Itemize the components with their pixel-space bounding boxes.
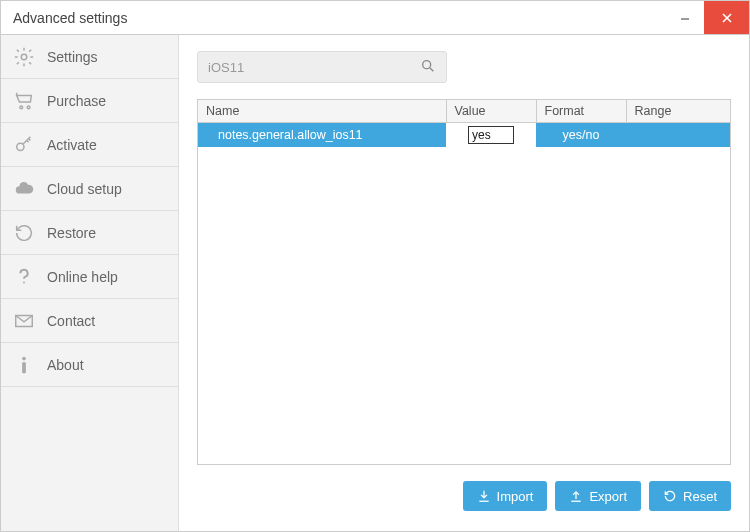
col-name[interactable]: Name bbox=[198, 100, 446, 123]
sidebar-item-settings[interactable]: Settings bbox=[1, 35, 178, 79]
sidebar-item-label: Restore bbox=[47, 225, 96, 241]
gear-icon bbox=[11, 44, 37, 70]
cell-range bbox=[626, 123, 730, 147]
import-icon bbox=[477, 489, 491, 503]
value-input[interactable] bbox=[468, 126, 514, 144]
search-icon bbox=[420, 58, 436, 77]
svg-point-9 bbox=[22, 356, 26, 360]
col-value[interactable]: Value bbox=[446, 100, 536, 123]
sidebar-item-purchase[interactable]: Purchase bbox=[1, 79, 178, 123]
svg-point-7 bbox=[23, 281, 25, 283]
window-title: Advanced settings bbox=[13, 10, 666, 26]
reset-button[interactable]: Reset bbox=[649, 481, 731, 511]
cloud-icon bbox=[11, 176, 37, 202]
col-format[interactable]: Format bbox=[536, 100, 626, 123]
sidebar-item-about[interactable]: About bbox=[1, 343, 178, 387]
cart-icon bbox=[11, 88, 37, 114]
svg-point-3 bbox=[21, 54, 27, 60]
svg-line-12 bbox=[430, 68, 433, 71]
sidebar-item-label: Activate bbox=[47, 137, 97, 153]
sidebar-item-label: About bbox=[47, 357, 84, 373]
export-icon bbox=[569, 489, 583, 503]
sidebar-item-label: Settings bbox=[47, 49, 98, 65]
sidebar-item-restore[interactable]: Restore bbox=[1, 211, 178, 255]
button-label: Import bbox=[497, 489, 534, 504]
sidebar-item-activate[interactable]: Activate bbox=[1, 123, 178, 167]
restore-icon bbox=[11, 220, 37, 246]
button-label: Export bbox=[589, 489, 627, 504]
close-button[interactable] bbox=[704, 1, 749, 34]
sidebar: Settings Purchase Activate bbox=[1, 35, 179, 531]
sidebar-item-online-help[interactable]: Online help bbox=[1, 255, 178, 299]
sidebar-item-cloud-setup[interactable]: Cloud setup bbox=[1, 167, 178, 211]
titlebar: Advanced settings bbox=[1, 1, 749, 35]
sidebar-item-label: Contact bbox=[47, 313, 95, 329]
key-icon bbox=[11, 132, 37, 158]
search-box[interactable] bbox=[197, 51, 447, 83]
cell-name: notes.general.allow_ios11 bbox=[198, 123, 446, 147]
cell-format: yes/no bbox=[536, 123, 626, 147]
settings-table: Name Value Format Range notes.general.al… bbox=[197, 99, 731, 465]
table-row[interactable]: notes.general.allow_ios11 yes/no bbox=[198, 123, 730, 147]
reset-icon bbox=[663, 489, 677, 503]
mail-icon bbox=[11, 308, 37, 334]
sidebar-item-label: Cloud setup bbox=[47, 181, 122, 197]
search-input[interactable] bbox=[208, 60, 420, 75]
svg-point-4 bbox=[20, 106, 23, 109]
import-button[interactable]: Import bbox=[463, 481, 548, 511]
export-button[interactable]: Export bbox=[555, 481, 641, 511]
question-icon bbox=[11, 264, 37, 290]
minimize-button[interactable] bbox=[666, 1, 704, 34]
svg-rect-10 bbox=[22, 362, 26, 373]
col-range[interactable]: Range bbox=[626, 100, 730, 123]
svg-point-6 bbox=[17, 143, 24, 150]
button-label: Reset bbox=[683, 489, 717, 504]
sidebar-item-contact[interactable]: Contact bbox=[1, 299, 178, 343]
sidebar-item-label: Online help bbox=[47, 269, 118, 285]
sidebar-item-label: Purchase bbox=[47, 93, 106, 109]
svg-point-5 bbox=[27, 106, 30, 109]
info-icon bbox=[11, 352, 37, 378]
svg-point-11 bbox=[423, 60, 431, 68]
